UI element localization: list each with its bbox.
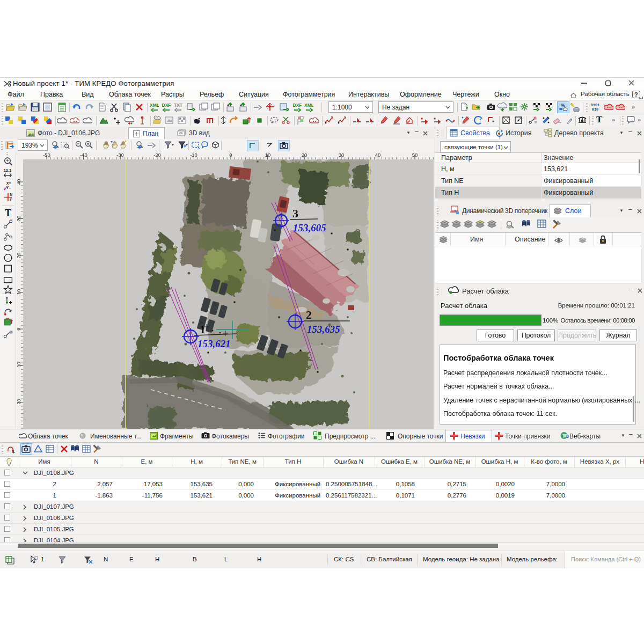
svg-text:-20: -20: [153, 152, 161, 158]
svg-text:3: 3: [292, 207, 298, 220]
svg-text:8: 8: [566, 434, 569, 439]
svg-text:10: 10: [265, 152, 271, 158]
svg-text:-50: -50: [43, 152, 50, 158]
svg-text:1: 1: [200, 323, 206, 336]
svg-text:40: 40: [375, 152, 381, 158]
svg-text:-10: -10: [190, 152, 197, 158]
svg-text:DXF: DXF: [293, 103, 302, 108]
svg-text:-20: -20: [16, 399, 21, 406]
svg-text:50: 50: [412, 152, 418, 158]
svg-text:-30: -30: [116, 152, 124, 158]
svg-text:TXT: TXT: [174, 103, 182, 108]
svg-text:40: 40: [16, 179, 21, 185]
svg-text:30: 30: [16, 216, 21, 222]
svg-text:E: E: [10, 198, 12, 202]
svg-text:0: 0: [229, 152, 232, 158]
svg-text:153,605: 153,605: [293, 222, 326, 233]
svg-text:10: 10: [16, 289, 21, 295]
svg-text:0101: 0101: [591, 103, 600, 107]
svg-text:0: 0: [16, 327, 21, 330]
svg-text:-10: -10: [16, 362, 21, 369]
svg-text:DXF: DXF: [162, 103, 171, 108]
svg-text:153,635: 153,635: [307, 324, 340, 335]
svg-text:X=: X=: [6, 181, 11, 185]
svg-text:N: N: [10, 193, 12, 196]
svg-text:2: 2: [306, 308, 312, 321]
svg-text:010: 010: [592, 107, 599, 112]
svg-text:XML: XML: [150, 103, 159, 108]
svg-text:30: 30: [339, 152, 345, 158]
svg-text:XML: XML: [304, 103, 313, 108]
svg-text:-40: -40: [80, 152, 87, 158]
svg-text:153,621: 153,621: [197, 338, 231, 349]
svg-text:20: 20: [16, 253, 21, 259]
svg-text:Y=: Y=: [6, 186, 11, 189]
svg-text:T: T: [5, 208, 11, 218]
svg-text:20: 20: [302, 152, 308, 158]
svg-text:12.1: 12.1: [4, 168, 11, 173]
svg-text:%: %: [561, 103, 565, 108]
